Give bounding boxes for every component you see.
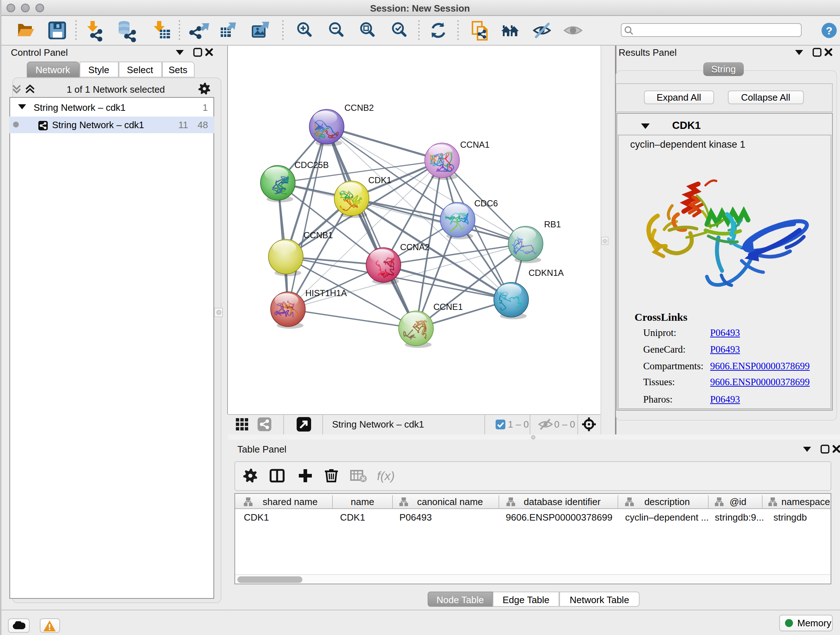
svg-text:cyclin–dependent ...: cyclin–dependent ... — [625, 512, 708, 523]
svg-text:?: ? — [826, 24, 832, 36]
svg-text:CDKN1A: CDKN1A — [529, 268, 564, 278]
svg-text:RB1: RB1 — [544, 219, 561, 229]
svg-text:1 – 0: 1 – 0 — [508, 419, 529, 430]
svg-text:CCNB2: CCNB2 — [344, 103, 374, 112]
svg-text:stringdb:9...: stringdb:9... — [714, 512, 764, 523]
svg-text:namespace: namespace — [781, 496, 829, 507]
svg-text:CCNB1: CCNB1 — [303, 230, 333, 240]
svg-text:shared name: shared name — [262, 496, 317, 507]
svg-text:CDK1: CDK1 — [243, 512, 268, 523]
svg-text:0 – 0: 0 – 0 — [554, 419, 575, 430]
svg-text:stringdb: stringdb — [773, 512, 807, 523]
svg-text:CCNA2: CCNA2 — [400, 242, 429, 252]
svg-text:canonical name: canonical name — [417, 496, 483, 507]
svg-text:CDC25B: CDC25B — [294, 160, 329, 170]
svg-text:@id: @id — [729, 496, 746, 507]
svg-text:CDK1: CDK1 — [340, 512, 365, 523]
svg-text:P06493: P06493 — [399, 512, 431, 523]
svg-text:9606.ENSP00000378699: 9606.ENSP00000378699 — [505, 512, 612, 523]
svg-text:CDK1: CDK1 — [368, 175, 392, 185]
svg-text:f(x): f(x) — [377, 469, 394, 483]
svg-text:CCNE1: CCNE1 — [433, 302, 463, 312]
svg-text:database identifier: database identifier — [523, 496, 600, 507]
svg-text:CCNA1: CCNA1 — [460, 140, 489, 149]
svg-text:HIST1H1A: HIST1H1A — [305, 288, 347, 298]
svg-text:String Network – cdk1: String Network – cdk1 — [332, 419, 424, 430]
svg-text:description: description — [644, 496, 690, 507]
svg-text:name: name — [350, 496, 374, 507]
svg-text:CDC6: CDC6 — [474, 198, 498, 208]
